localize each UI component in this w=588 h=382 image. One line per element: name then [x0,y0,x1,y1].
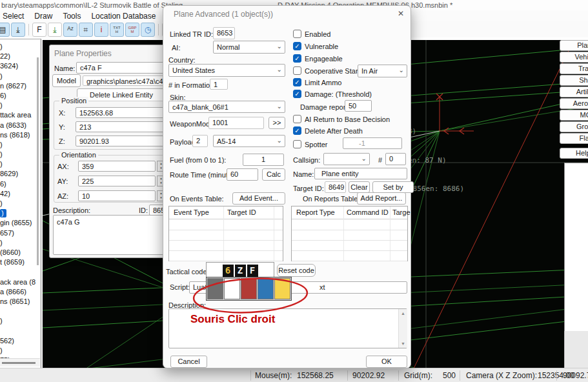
doc-icon[interactable]: ▤ [0,23,10,37]
callsign-select[interactable]: ⌄ [323,153,370,165]
color-swatch[interactable] [274,278,290,299]
close-icon[interactable]: ✕ [398,9,404,18]
import-icon[interactable]: ⤓ [11,23,25,37]
enabled-checkbox[interactable] [293,30,301,38]
model-path-field[interactable]: graphics\planes\c47a\c47a.mgm [83,75,167,86]
tree-item[interactable]: ns (8618) [0,130,35,140]
grp-labels-icon[interactable]: GRPM [125,23,139,37]
category-button-vehicles[interactable]: Vehicles [560,52,588,63]
category-button-trains[interactable]: Trains [560,63,588,74]
tree-item[interactable]: ) [0,101,35,110]
y-field[interactable]: 213 [76,121,165,132]
add-event-button[interactable]: Add Event... [232,192,285,205]
callsign-number-field[interactable]: 0 [385,153,406,165]
clear-button[interactable]: Clear [349,181,370,193]
ai-return-checkbox[interactable] [293,115,301,123]
cancel-button[interactable]: Cancel [170,356,207,368]
damage-threshold-checkbox[interactable]: ✓ [293,90,301,98]
tree-item[interactable]: ack area (8 [0,277,35,287]
tree-item[interactable]: 562) [0,336,35,346]
tree-vertical-scrollbar[interactable] [37,57,39,265]
font-icon[interactable]: F [32,23,46,37]
x-field[interactable]: 152563.68 [76,107,165,118]
tree-item[interactable]: a (8666) [0,287,35,297]
category-button-flags[interactable]: Flags [560,133,588,144]
delete-after-death-checkbox[interactable]: ✓ [293,126,301,135]
tree-item[interactable]: 22) [0,52,35,61]
tree-horizontal-scrollbar[interactable] [0,358,40,367]
tree-item[interactable]: 657) [0,228,35,238]
reports-table[interactable]: Report Type Command ID Targe [291,206,408,261]
tree-item[interactable]: ) [0,140,35,150]
tree-item[interactable]: 42) [0,189,35,199]
linked-tr-id-field[interactable]: 8653 [213,27,235,39]
category-button-mcu[interactable]: MCU [560,110,588,121]
z-field[interactable]: 90201.93 [76,136,165,146]
tree-item[interactable]: 8629) [0,169,35,179]
name-field[interactable]: c47a F [76,62,165,74]
scroll-down-icon[interactable]: ▼ [399,341,407,346]
tree-item[interactable]: 6) [0,91,35,101]
category-button-helpers[interactable]: Helpers [560,148,588,159]
tree-item[interactable]: gin (8655) [0,218,35,228]
spotter-checkbox[interactable] [293,140,301,148]
tree-item[interactable]: ) [0,42,35,52]
category-button-aerostats[interactable]: Aerostats [560,98,588,109]
add-report-button[interactable]: Add Report... [357,192,406,205]
menu-item-location-database[interactable]: Location Database [91,12,156,21]
color-swatch[interactable] [258,278,274,299]
color-swatch[interactable] [224,278,240,299]
damage-report-field[interactable]: 50 [345,100,372,112]
tree-item[interactable] [0,267,35,277]
model-button[interactable]: Model [52,74,81,87]
tree-item[interactable] [0,326,35,336]
scroll-up-icon[interactable]: ▲ [399,311,407,316]
cooperative-start-checkbox[interactable] [293,66,301,75]
description-scrollbar[interactable]: ▲ ▼ [398,309,407,348]
tree-item[interactable]: t (8659) [0,257,35,267]
limit-ammo-checkbox[interactable]: ✓ [293,78,301,86]
formation-field[interactable]: 1 [210,79,228,90]
weaponmods-field[interactable]: 1001 [208,117,264,129]
vulnerable-checkbox[interactable]: ✓ [293,42,301,50]
tree-item[interactable]: ) [0,208,35,218]
tree-item[interactable]: ) [0,316,35,326]
ax-field[interactable]: 359 [78,161,156,172]
country-select[interactable]: United States⌄ [168,64,285,77]
tree-item[interactable]: ) [0,150,35,159]
txt-labels-icon[interactable]: TXTH [110,23,124,37]
cooperative-start-select[interactable]: In Air⌄ [358,65,407,77]
clock-icon[interactable]: ◷ [141,23,155,37]
tactical-color-popup[interactable] [206,277,292,301]
object-list-panel[interactable] [564,163,588,332]
grid-icon[interactable]: ⌗ [79,23,93,37]
tree-item[interactable]: ) [0,238,35,248]
menu-item-draw[interactable]: Draw [34,12,52,21]
az-field[interactable]: 10 [78,190,156,201]
spotter-field[interactable]: -1 [343,137,402,149]
payload-select[interactable]: A5-14⌄ [213,135,285,147]
tree-item[interactable]: ttack area [0,110,35,120]
color-swatch[interactable] [241,278,257,299]
tree-item[interactable]: n (8627) [0,81,35,91]
ai-select[interactable]: Normal⌄ [213,41,285,54]
category-button-ships[interactable]: Ships [560,75,588,86]
tree-item[interactable]: ) [0,346,35,356]
tree-item[interactable]: a (8633) [0,121,35,130]
events-table[interactable]: Event Type Target ID [168,206,283,261]
description-textarea[interactable]: c47a G [53,215,167,255]
set-by-dialog-button[interactable]: Set by Dialog [372,181,414,193]
target-id-field[interactable]: 8649 [325,181,346,193]
tree-item[interactable]: ) [0,159,35,169]
tree-item[interactable]: (8660) [0,248,35,257]
weaponmods-expand-button[interactable]: >> [269,117,285,129]
ok-button[interactable]: OK [366,356,407,368]
delete-linked-entity-button[interactable]: Delete Linked Entity [77,88,166,101]
engageable-checkbox[interactable]: ✓ [293,54,301,63]
entity-name-field[interactable]: Plane entity [314,168,407,179]
ay-field[interactable]: 225 [78,176,156,186]
menu-item-tools[interactable]: Tools [63,12,81,21]
fuel-field[interactable]: 1 [243,154,284,166]
skin-select[interactable]: c47a_blank_06#1⌄ [168,101,285,113]
color-swatch[interactable] [207,278,223,299]
